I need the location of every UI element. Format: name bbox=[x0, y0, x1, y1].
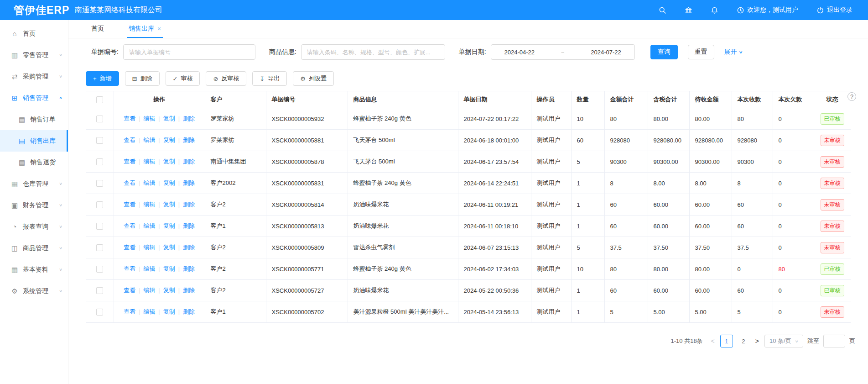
row-actions: 查看|编辑|复制|删除 bbox=[114, 237, 205, 258]
view-link[interactable]: 查看 bbox=[124, 222, 135, 229]
toolbar-button[interactable]: ✓审核 bbox=[166, 71, 200, 86]
reset-button[interactable]: 重置 bbox=[688, 45, 714, 59]
table-row: 查看|编辑|复制|删除客户2002XSCK00000005831蜂蜜柚子茶 24… bbox=[86, 173, 851, 194]
delete-link[interactable]: 删除 bbox=[183, 137, 195, 143]
tab-home[interactable]: 首页 bbox=[89, 20, 106, 38]
sidebar-item-report-query[interactable]: ◔报表查询∨ bbox=[0, 216, 68, 237]
delete-link[interactable]: 删除 bbox=[183, 244, 195, 251]
row-checkbox[interactable] bbox=[96, 180, 103, 187]
sidebar-item-sales-management[interactable]: ⊞销售管理∧ bbox=[0, 87, 68, 109]
delete-link[interactable]: 删除 bbox=[183, 115, 195, 122]
status-cell: 已审核 bbox=[814, 108, 851, 130]
next-page-icon[interactable]: > bbox=[754, 337, 760, 345]
sidebar-item-finance-management[interactable]: ▣财务管理∨ bbox=[0, 195, 68, 216]
delete-link[interactable]: 删除 bbox=[183, 265, 195, 272]
delete-link[interactable]: 删除 bbox=[183, 287, 195, 294]
sidebar-item-sales-outbound[interactable]: ▤销售出库 bbox=[0, 130, 68, 152]
copy-link[interactable]: 复制 bbox=[163, 308, 175, 315]
toolbar-button[interactable]: ⊘反审核 bbox=[206, 71, 246, 86]
order-no-cell: XSCK00000005813 bbox=[266, 216, 348, 237]
delete-link[interactable]: 删除 bbox=[183, 179, 195, 186]
jump-page-input[interactable] bbox=[823, 335, 845, 347]
page-button-1[interactable]: 1 bbox=[720, 335, 733, 347]
user-welcome[interactable]: 欢迎您，测试用户 bbox=[737, 6, 798, 14]
date-start-value[interactable]: 2024-04-22 bbox=[504, 49, 535, 56]
delete-link[interactable]: 删除 bbox=[183, 201, 195, 208]
edit-link[interactable]: 编辑 bbox=[143, 265, 155, 272]
tab-sales-outbound[interactable]: 销售出库 × bbox=[127, 20, 163, 38]
copy-link[interactable]: 复制 bbox=[163, 179, 175, 186]
sidebar-item-purchase-management[interactable]: ⇄采购管理∨ bbox=[0, 66, 68, 87]
search-icon[interactable] bbox=[659, 6, 666, 14]
edit-link[interactable]: 编辑 bbox=[143, 158, 155, 165]
edit-link[interactable]: 编辑 bbox=[143, 201, 155, 208]
view-link[interactable]: 查看 bbox=[124, 158, 135, 165]
logout-button[interactable]: 退出登录 bbox=[816, 6, 852, 14]
copy-link[interactable]: 复制 bbox=[163, 158, 175, 165]
edit-link[interactable]: 编辑 bbox=[143, 308, 155, 315]
copy-link[interactable]: 复制 bbox=[163, 137, 175, 143]
view-link[interactable]: 查看 bbox=[124, 201, 135, 208]
view-link[interactable]: 查看 bbox=[124, 308, 135, 315]
status-cell: 已审核 bbox=[814, 280, 851, 301]
sidebar-item-system-management[interactable]: ⚙系统管理∨ bbox=[0, 280, 68, 302]
bill-no-input[interactable] bbox=[123, 44, 255, 60]
sidebar-item-home[interactable]: ⌂首页 bbox=[0, 23, 68, 44]
view-link[interactable]: 查看 bbox=[124, 287, 135, 294]
page-button-2[interactable]: 2 bbox=[737, 335, 750, 347]
row-checkbox[interactable] bbox=[96, 244, 103, 251]
row-checkbox[interactable] bbox=[96, 137, 103, 144]
home-building-icon[interactable] bbox=[685, 6, 692, 14]
close-icon[interactable]: × bbox=[157, 25, 161, 32]
copy-link[interactable]: 复制 bbox=[163, 115, 175, 122]
view-link[interactable]: 查看 bbox=[124, 244, 135, 251]
sidebar-item-sales-return[interactable]: ▤销售退货 bbox=[0, 152, 68, 173]
copy-link[interactable]: 复制 bbox=[163, 287, 175, 294]
sidebar-item-basic-data[interactable]: ▦基本资料∨ bbox=[0, 259, 68, 280]
table-row: 查看|编辑|复制|删除罗莱家纺XSCK00000005932蜂蜜柚子茶 240g… bbox=[86, 108, 851, 130]
edit-link[interactable]: 编辑 bbox=[143, 244, 155, 251]
edit-link[interactable]: 编辑 bbox=[143, 179, 155, 186]
sidebar-item-retail-management[interactable]: ▥零售管理∨ bbox=[0, 44, 68, 66]
sidebar-item-sales-order[interactable]: ▤销售订单 bbox=[0, 109, 68, 130]
copy-link[interactable]: 复制 bbox=[163, 265, 175, 272]
view-link[interactable]: 查看 bbox=[124, 137, 135, 143]
status-badge: 未审核 bbox=[821, 199, 844, 210]
delete-link[interactable]: 删除 bbox=[183, 308, 195, 315]
toolbar-button[interactable]: ⚙列设置 bbox=[293, 71, 334, 86]
copy-link[interactable]: 复制 bbox=[163, 201, 175, 208]
edit-link[interactable]: 编辑 bbox=[143, 137, 155, 143]
view-link[interactable]: 查看 bbox=[124, 115, 135, 122]
view-link[interactable]: 查看 bbox=[124, 265, 135, 272]
page-size-select[interactable]: 10 条/页 ∨ bbox=[764, 335, 803, 347]
toolbar-button[interactable]: ⊟删除 bbox=[125, 71, 160, 86]
row-checkbox[interactable] bbox=[96, 201, 103, 208]
add-button[interactable]: +新增 bbox=[86, 71, 119, 86]
edit-link[interactable]: 编辑 bbox=[143, 222, 155, 229]
delete-link[interactable]: 删除 bbox=[183, 158, 195, 165]
delete-link[interactable]: 删除 bbox=[183, 222, 195, 229]
date-end-value[interactable]: 2024-07-22 bbox=[591, 49, 621, 56]
edit-link[interactable]: 编辑 bbox=[143, 115, 155, 122]
search-button[interactable]: 查询 bbox=[650, 45, 678, 59]
prev-page-icon[interactable]: < bbox=[710, 337, 716, 345]
expand-toggle[interactable]: 展开 ∨ bbox=[724, 48, 743, 56]
toolbar-button[interactable]: ↧导出 bbox=[252, 71, 287, 86]
sidebar-item-goods-management[interactable]: ◫商品管理∨ bbox=[0, 237, 68, 259]
help-icon[interactable]: ? bbox=[847, 92, 856, 101]
row-checkbox[interactable] bbox=[96, 223, 103, 230]
date-range-picker[interactable]: 2024-04-22 ~ 2024-07-22 bbox=[491, 44, 635, 60]
row-checkbox[interactable] bbox=[96, 116, 103, 122]
copy-link[interactable]: 复制 bbox=[163, 244, 175, 251]
copy-link[interactable]: 复制 bbox=[163, 222, 175, 229]
product-info-input[interactable] bbox=[301, 44, 445, 60]
row-checkbox[interactable] bbox=[96, 158, 103, 165]
notification-bell-icon[interactable] bbox=[711, 6, 718, 14]
edit-link[interactable]: 编辑 bbox=[143, 287, 155, 294]
row-checkbox[interactable] bbox=[96, 309, 103, 316]
row-checkbox[interactable] bbox=[96, 266, 103, 273]
view-link[interactable]: 查看 bbox=[124, 179, 135, 186]
row-checkbox[interactable] bbox=[96, 287, 103, 294]
sidebar-item-warehouse-management[interactable]: ▦仓库管理∨ bbox=[0, 173, 68, 195]
select-all-checkbox[interactable] bbox=[96, 96, 103, 103]
